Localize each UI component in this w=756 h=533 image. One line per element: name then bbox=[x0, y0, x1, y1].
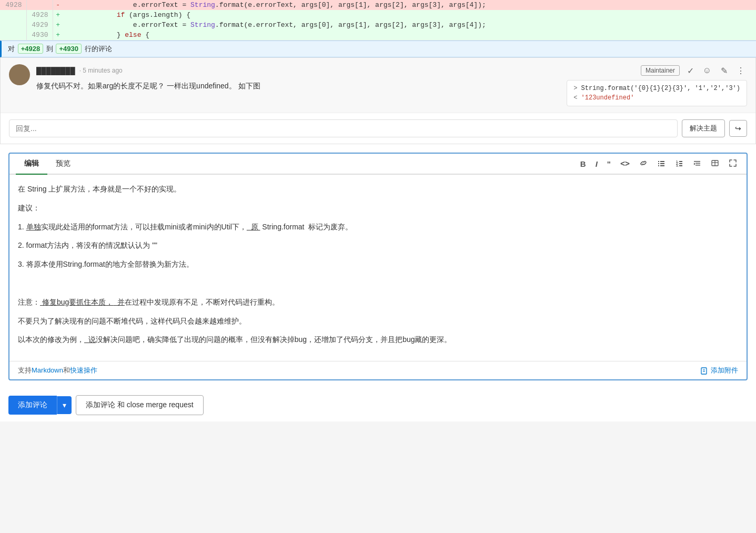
indent-button[interactable] bbox=[690, 157, 704, 171]
svg-rect-12 bbox=[694, 161, 700, 162]
svg-marker-15 bbox=[694, 163, 695, 165]
add-comment-dropdown-button[interactable]: ▾ bbox=[57, 396, 72, 414]
svg-text:3.: 3. bbox=[676, 164, 679, 167]
diff-sign: + bbox=[53, 10, 63, 20]
attach-label: 添加附件 bbox=[711, 366, 738, 375]
svg-rect-7 bbox=[679, 161, 682, 162]
diff-old-linenum bbox=[0, 30, 26, 40]
edit-icon[interactable]: ✎ bbox=[718, 64, 730, 77]
comment-badge: Maintainer ✓ ☺ ✎ ⋮ bbox=[641, 64, 747, 77]
editor-line-8: 不要只为了解决现有的问题不断堆代码，这样代码只会越来越难维护。 bbox=[18, 315, 738, 328]
add-comment-button[interactable]: 添加评论 bbox=[8, 396, 57, 415]
diff-row: 4929 + e.errorText = String.format(e.err… bbox=[0, 20, 756, 30]
comment-range-bar: 对 +4928 到 +4930 行的评论 bbox=[0, 41, 756, 57]
diff-code: if (args.length) { bbox=[63, 10, 756, 20]
svg-rect-3 bbox=[660, 163, 664, 164]
diff-table: 4928 - e.errorText = String.format(e.err… bbox=[0, 0, 756, 40]
diff-sign: + bbox=[53, 30, 63, 40]
diff-row: 4928 + if (args.length) { bbox=[0, 10, 756, 20]
bold-button[interactable]: B bbox=[577, 157, 589, 170]
editor-footer: 支持Markdown和快速操作 添加附件 bbox=[9, 361, 747, 379]
svg-rect-14 bbox=[695, 165, 700, 166]
resolve-button[interactable]: 解决主题 bbox=[682, 119, 725, 137]
diff-code: e.errorText = String.format(e.errorText,… bbox=[63, 0, 756, 10]
diff-new-linenum: 4930 bbox=[26, 30, 53, 40]
unordered-list-button[interactable] bbox=[654, 157, 669, 171]
resolve-icon[interactable]: ✓ bbox=[684, 64, 697, 77]
comment-text: 修复代码不对。如果arg的长度不足呢？ 一样出现undefined。 如下图 bbox=[36, 80, 558, 92]
editor-line-9: 以本次的修改为例， 说没解决问题吧，确实降低了出现的问题的概率，但没有解决掉bu… bbox=[18, 334, 738, 346]
svg-rect-2 bbox=[658, 163, 659, 164]
diff-new-linenum bbox=[26, 0, 53, 10]
action-bar: 添加评论 ▾ 添加评论 和 close merge request bbox=[0, 389, 756, 421]
reply-area: 解决主题 ↪ bbox=[1, 113, 755, 144]
svg-rect-11 bbox=[679, 165, 682, 166]
diff-old-linenum: 4928 bbox=[0, 0, 26, 10]
code-output: '123undefined' bbox=[573, 94, 740, 102]
diff-section: 4928 - e.errorText = String.format(e.err… bbox=[0, 0, 756, 41]
editor-tabs: 编辑 预览 B I " <> 1.2.3. bbox=[9, 154, 747, 175]
table-insert-button[interactable] bbox=[708, 157, 722, 171]
reply-jump-icon[interactable]: ↪ bbox=[729, 120, 747, 137]
diff-code: } else { bbox=[63, 30, 756, 40]
page-wrapper: 4928 - e.errorText = String.format(e.err… bbox=[0, 0, 756, 421]
editor-section: 编辑 预览 B I " <> 1.2.3. bbox=[8, 153, 748, 380]
editor-line-6 bbox=[18, 277, 738, 290]
comment-code-block: String.format('{0}{1}{2}{3}', '1','2','3… bbox=[567, 80, 747, 106]
maintainer-badge: Maintainer bbox=[641, 65, 680, 76]
markdown-hint: 支持Markdown和快速操作 bbox=[18, 366, 97, 375]
more-actions-icon[interactable]: ⋮ bbox=[734, 64, 747, 77]
svg-rect-5 bbox=[660, 165, 664, 166]
comment-content: ████████ · 5 minutes ago Maintainer ✓ ☺ … bbox=[36, 64, 747, 106]
diff-new-linenum: 4929 bbox=[26, 20, 53, 30]
markdown-link[interactable]: Markdown bbox=[32, 366, 63, 374]
editor-line-3: 1. 单独实现此处适用的format方法，可以挂载mini或者mini内的Uti… bbox=[18, 221, 738, 234]
range-suffix: 行的评论 bbox=[85, 45, 112, 53]
fullscreen-button[interactable] bbox=[725, 157, 740, 171]
editor-line-2: 建议： bbox=[18, 202, 738, 215]
ordered-list-button[interactable]: 1.2.3. bbox=[672, 157, 687, 171]
editor-line-5: 3. 将原本使用String.format的地方全部替换为新方法。 bbox=[18, 258, 738, 271]
diff-new-linenum: 4928 bbox=[26, 10, 53, 20]
diff-code: e.errorText = String.format(e.errorText,… bbox=[63, 20, 756, 30]
tab-preview[interactable]: 预览 bbox=[47, 154, 79, 175]
diff-row: 4928 - e.errorText = String.format(e.err… bbox=[0, 0, 756, 10]
add-comment-close-button[interactable]: 添加评论 和 close merge request bbox=[76, 395, 204, 415]
line-ref-start: +4928 bbox=[18, 44, 44, 54]
italic-button[interactable]: I bbox=[592, 157, 601, 170]
svg-rect-4 bbox=[658, 165, 659, 166]
emoji-icon[interactable]: ☺ bbox=[701, 64, 713, 77]
avatar bbox=[9, 64, 30, 85]
svg-rect-9 bbox=[679, 163, 682, 164]
diff-sign: - bbox=[53, 0, 63, 10]
comment-thread: ████████ · 5 minutes ago Maintainer ✓ ☺ … bbox=[0, 57, 756, 144]
quote-button[interactable]: " bbox=[604, 157, 614, 170]
line-ref-end: +4930 bbox=[56, 44, 82, 54]
code-input: String.format('{0}{1}{2}{3}', '1','2','3… bbox=[573, 85, 740, 92]
editor-toolbar: B I " <> 1.2.3. bbox=[577, 157, 740, 171]
comment-time: · 5 minutes ago bbox=[79, 67, 123, 74]
comment-author: ████████ bbox=[36, 67, 75, 75]
range-to: 到 bbox=[46, 45, 53, 53]
comment-header: ████████ · 5 minutes ago Maintainer ✓ ☺ … bbox=[36, 64, 747, 77]
quick-actions-link[interactable]: 快速操作 bbox=[70, 366, 97, 374]
svg-rect-1 bbox=[660, 161, 664, 162]
comment-body: ████████ · 5 minutes ago Maintainer ✓ ☺ … bbox=[1, 58, 755, 113]
svg-rect-0 bbox=[658, 161, 659, 162]
code-button[interactable]: <> bbox=[617, 157, 633, 170]
tab-edit[interactable]: 编辑 bbox=[16, 154, 47, 175]
range-prefix: 对 bbox=[8, 45, 15, 53]
editor-line-7: 注意： 修复bug要抓住本质， 并在过程中发现原有不足，不断对代码进行重构。 bbox=[18, 296, 738, 309]
comment-main: 修复代码不对。如果arg的长度不足呢？ 一样出现undefined。 如下图 S… bbox=[36, 80, 747, 106]
diff-row: 4930 + } else { bbox=[0, 30, 756, 40]
editor-content[interactable]: 在 String 上扩展方法，本身就是一个不好的实现。 建议： 1. 单独实现此… bbox=[9, 175, 747, 361]
diff-old-linenum bbox=[0, 20, 26, 30]
svg-rect-13 bbox=[695, 163, 700, 164]
editor-line-1: 在 String 上扩展方法，本身就是一个不好的实现。 bbox=[18, 183, 738, 196]
editor-line-4: 2. format方法内，将没有的情况默认认为 "" bbox=[18, 239, 738, 252]
link-button[interactable] bbox=[636, 157, 651, 171]
svg-rect-19 bbox=[701, 368, 707, 374]
attach-button[interactable]: 添加附件 bbox=[700, 366, 738, 375]
diff-sign: + bbox=[53, 20, 63, 30]
reply-input[interactable] bbox=[9, 119, 678, 137]
